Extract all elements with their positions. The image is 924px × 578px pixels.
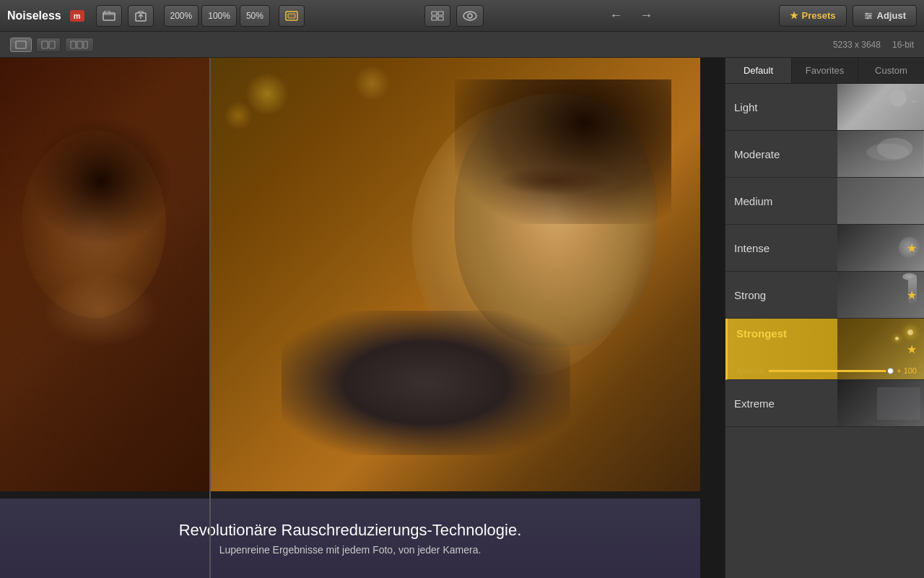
- split-view-icon: [41, 40, 56, 49]
- preset-star-intense: ★: [907, 241, 917, 255]
- amount-track[interactable]: [768, 370, 892, 372]
- single-view-icon: [15, 40, 27, 49]
- amount-fill: [768, 370, 886, 372]
- caption-sub: Lupenreine Ergebnisse mit jedem Foto, vo…: [219, 544, 481, 556]
- preset-item-strongest[interactable]: ★ Strongest Amount + 100: [725, 319, 924, 380]
- back-btn[interactable]: ←: [603, 5, 628, 26]
- main-toolbar: Noiseless m 200% 100% 50%: [0, 0, 924, 32]
- svg-rect-6: [432, 17, 437, 20]
- svg-point-23: [889, 90, 907, 107]
- single-view-btn[interactable]: [10, 38, 32, 52]
- bit-depth: 16-bit: [892, 40, 914, 50]
- preset-thumb-moderate: [837, 131, 924, 177]
- preset-star-strongest: ★: [907, 342, 917, 356]
- svg-point-13: [866, 12, 868, 14]
- amount-thumb: [887, 368, 894, 374]
- preset-list: Light ModerateMedium★ Intense★ Strong★ S…: [725, 84, 924, 578]
- preset-name-light: Light: [734, 101, 758, 113]
- preset-item-strong[interactable]: ★ Strong: [725, 272, 924, 319]
- preset-thumb-extreme: [837, 380, 924, 426]
- svg-rect-16: [16, 41, 26, 48]
- preset-item-light[interactable]: Light: [725, 84, 924, 131]
- tab-default[interactable]: Default: [725, 58, 792, 83]
- image-area[interactable]: Revolutionäre Rauschreduzierungs-Technol…: [0, 58, 725, 578]
- image-left-noisy: [0, 58, 209, 491]
- zoom-group: 200% 100% 50%: [164, 5, 270, 27]
- preset-item-medium[interactable]: Medium: [725, 178, 924, 225]
- svg-rect-20: [77, 41, 82, 48]
- frame-btn[interactable]: [279, 5, 305, 27]
- zoom-200-btn[interactable]: 200%: [164, 5, 199, 27]
- preset-name-medium: Medium: [734, 195, 772, 207]
- svg-rect-4: [432, 12, 437, 15]
- svg-point-15: [866, 17, 868, 19]
- preview-btn[interactable]: [456, 5, 484, 27]
- right-panel: Default Favorites Custom Light ModerateM…: [725, 58, 924, 578]
- preset-star-strong: ★: [907, 288, 917, 302]
- image-info: 5233 x 3648 16-bit: [833, 40, 914, 50]
- app-title: Noiseless: [7, 9, 61, 22]
- svg-point-29: [866, 144, 909, 161]
- svg-rect-19: [71, 41, 76, 48]
- open-button[interactable]: [96, 5, 122, 27]
- adjust-label: Adjust: [877, 10, 906, 21]
- preset-name-moderate: Moderate: [734, 148, 780, 160]
- preset-item-moderate[interactable]: Moderate: [725, 131, 924, 178]
- preset-thumb-light: [837, 84, 924, 130]
- svg-rect-3: [288, 14, 295, 18]
- preset-thumb-medium: [837, 178, 924, 224]
- svg-point-14: [868, 14, 871, 17]
- side-by-side-icon: [70, 40, 89, 49]
- preset-name-extreme: Extreme: [734, 397, 775, 410]
- caption-area: Revolutionäre Rauschreduzierungs-Technol…: [0, 499, 700, 578]
- amount-row: Amount + 100: [736, 366, 917, 375]
- tab-custom[interactable]: Custom: [858, 58, 924, 83]
- side-by-side-btn[interactable]: [65, 38, 94, 52]
- preset-item-extreme[interactable]: Extreme: [725, 380, 924, 427]
- m-badge: m: [70, 10, 84, 22]
- adjust-btn[interactable]: Adjust: [853, 5, 917, 27]
- svg-rect-5: [438, 12, 443, 15]
- image-container: Revolutionäre Rauschreduzierungs-Technol…: [0, 58, 725, 578]
- presets-btn[interactable]: ★ Presets: [779, 5, 847, 27]
- amount-label: Amount: [736, 366, 764, 375]
- preset-tabs: Default Favorites Custom: [725, 58, 924, 84]
- tab-favorites[interactable]: Favorites: [792, 58, 858, 83]
- adjust-icon: [863, 11, 873, 21]
- caption-main: Revolutionäre Rauschreduzierungs-Technol…: [179, 521, 522, 540]
- svg-point-9: [468, 14, 472, 18]
- preset-name-strong: Strong: [734, 289, 766, 301]
- svg-line-25: [908, 87, 912, 91]
- split-view-btn[interactable]: [36, 38, 61, 52]
- amount-value: + 100: [897, 366, 917, 375]
- presets-label: Presets: [802, 10, 836, 21]
- main-area: Revolutionäre Rauschreduzierungs-Technol…: [0, 58, 924, 578]
- image-size: 5233 x 3648: [833, 40, 881, 50]
- view-modes: [10, 38, 94, 52]
- zoom-50-btn[interactable]: 50%: [240, 5, 270, 27]
- svg-point-8: [463, 12, 476, 20]
- star-icon: ★: [790, 10, 798, 21]
- grid-view-btn[interactable]: [424, 5, 450, 27]
- svg-rect-21: [84, 41, 87, 48]
- preset-name-intense: Intense: [734, 242, 770, 254]
- svg-rect-7: [438, 17, 443, 20]
- zoom-100-btn[interactable]: 100%: [201, 5, 237, 27]
- svg-rect-18: [49, 41, 55, 48]
- image-right-clean: [209, 58, 700, 491]
- preset-name-strongest: Strongest: [736, 327, 787, 340]
- split-divider[interactable]: [209, 58, 211, 578]
- forward-btn[interactable]: →: [634, 5, 658, 26]
- preset-item-intense[interactable]: ★ Intense: [725, 225, 924, 272]
- export-button[interactable]: [128, 5, 154, 27]
- secondary-toolbar: 5233 x 3648 16-bit: [0, 32, 924, 58]
- svg-rect-17: [42, 41, 48, 48]
